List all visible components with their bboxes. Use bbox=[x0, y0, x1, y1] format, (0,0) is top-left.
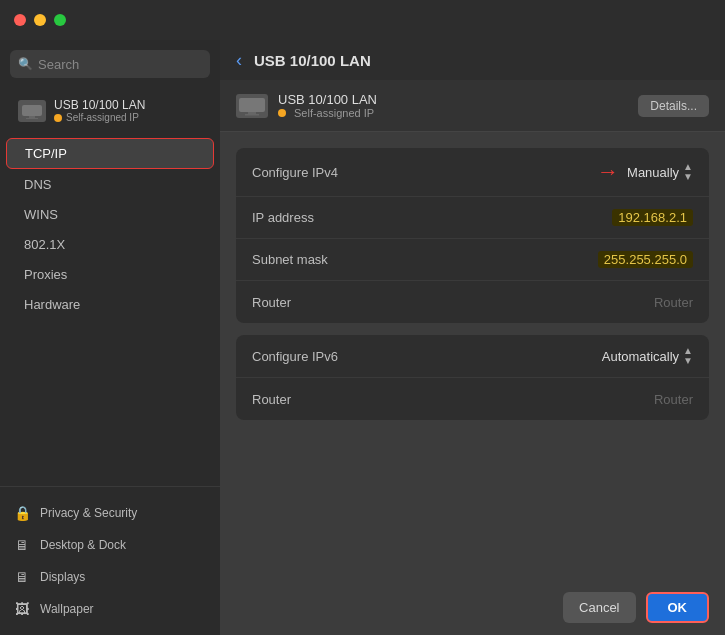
router-row-ipv4: Router Router bbox=[236, 281, 709, 323]
cancel-button[interactable]: Cancel bbox=[563, 592, 635, 623]
router-label-ipv6: Router bbox=[252, 392, 382, 407]
svg-rect-3 bbox=[239, 98, 265, 112]
configure-ipv4-label: Configure IPv4 bbox=[252, 165, 382, 180]
wallpaper-icon: 🖼 bbox=[12, 599, 32, 619]
maximize-button[interactable] bbox=[54, 14, 66, 26]
ipv4-section: Configure IPv4 → Manually ▲ ▼ bbox=[236, 148, 709, 323]
router-field-ipv6[interactable]: Router bbox=[654, 392, 693, 407]
red-arrow-icon: → bbox=[597, 159, 619, 185]
status-dot bbox=[54, 114, 62, 122]
subnet-mask-value: 255.255.255.0 bbox=[382, 251, 693, 268]
nav-item-tcpip[interactable]: TCP/IP bbox=[6, 138, 214, 169]
right-panel: ‹ USB 10/100 LAN USB 10/100 LAN Self- bbox=[220, 40, 725, 635]
sidebar: 🔍 Search USB 10/100 LAN Self-assigned IP bbox=[0, 40, 220, 635]
subnet-mask-row: Subnet mask 255.255.255.0 bbox=[236, 239, 709, 281]
device-header-status: Self-assigned IP bbox=[278, 107, 377, 119]
status-text: Self-assigned IP bbox=[66, 112, 139, 123]
router-field-ipv4[interactable]: Router bbox=[654, 295, 693, 310]
subnet-mask-field[interactable]: 255.255.255.0 bbox=[598, 251, 693, 268]
manually-select[interactable]: Manually ▲ ▼ bbox=[627, 162, 693, 182]
ipv6-mode-label: Automatically bbox=[602, 349, 679, 364]
nav-item-wins[interactable]: WINS bbox=[6, 200, 214, 229]
subnet-mask-label: Subnet mask bbox=[252, 252, 382, 267]
search-bar[interactable]: 🔍 Search bbox=[10, 50, 210, 78]
configure-ipv6-value: Automatically ▲ ▼ bbox=[382, 346, 693, 366]
device-header-info: USB 10/100 LAN Self-assigned IP bbox=[278, 92, 377, 119]
svg-rect-2 bbox=[26, 118, 38, 119]
desktop-icon: 🖥 bbox=[12, 535, 32, 555]
back-button[interactable]: ‹ bbox=[236, 50, 242, 71]
sidebar-desktop-dock[interactable]: 🖥 Desktop & Dock bbox=[0, 529, 220, 561]
device-name-label: USB 10/100 LAN bbox=[54, 98, 145, 112]
configure-ipv4-row: Configure IPv4 → Manually ▲ ▼ bbox=[236, 148, 709, 197]
status-dot-header bbox=[278, 109, 286, 117]
ipv6-select[interactable]: Automatically ▲ ▼ bbox=[602, 346, 693, 366]
router-label-ipv4: Router bbox=[252, 295, 382, 310]
displays-icon: 🖥 bbox=[12, 567, 32, 587]
configure-ipv6-row: Configure IPv6 Automatically ▲ ▼ bbox=[236, 335, 709, 378]
sidebar-displays[interactable]: 🖥 Displays bbox=[0, 561, 220, 593]
configure-ipv4-value: → Manually ▲ ▼ bbox=[382, 159, 693, 185]
privacy-icon: 🔒 bbox=[12, 503, 32, 523]
minimize-button[interactable] bbox=[34, 14, 46, 26]
device-header-name: USB 10/100 LAN bbox=[278, 92, 377, 107]
router-value-ipv4: Router bbox=[382, 295, 693, 310]
ipv6-section: Configure IPv6 Automatically ▲ ▼ Route bbox=[236, 335, 709, 420]
search-icon: 🔍 bbox=[18, 57, 33, 71]
ip-address-field[interactable]: 192.168.2.1 bbox=[612, 209, 693, 226]
panel-title: USB 10/100 LAN bbox=[254, 52, 371, 69]
ipv6-stepper-icon[interactable]: ▲ ▼ bbox=[683, 346, 693, 366]
nav-item-8021x[interactable]: 802.1X bbox=[6, 230, 214, 259]
manually-container: → Manually ▲ ▼ bbox=[597, 159, 693, 185]
svg-rect-4 bbox=[248, 112, 256, 114]
device-header-left: USB 10/100 LAN Self-assigned IP bbox=[236, 92, 377, 119]
sidebar-bottom: 🔒 Privacy & Security 🖥 Desktop & Dock 🖥 … bbox=[0, 486, 220, 635]
ip-address-value: 192.168.2.1 bbox=[382, 209, 693, 226]
device-status: Self-assigned IP bbox=[54, 112, 145, 123]
manually-label: Manually bbox=[627, 165, 679, 180]
ok-button[interactable]: OK bbox=[646, 592, 710, 623]
device-info: USB 10/100 LAN Self-assigned IP bbox=[54, 98, 145, 123]
device-item-usb-lan[interactable]: USB 10/100 LAN Self-assigned IP bbox=[6, 90, 214, 131]
device-header: USB 10/100 LAN Self-assigned IP Details.… bbox=[220, 80, 725, 132]
nav-item-dns[interactable]: DNS bbox=[6, 170, 214, 199]
svg-rect-5 bbox=[245, 114, 259, 116]
nav-item-hardware[interactable]: Hardware bbox=[6, 290, 214, 319]
ip-address-label: IP address bbox=[252, 210, 382, 225]
device-header-icon bbox=[236, 94, 268, 118]
sidebar-wallpaper[interactable]: 🖼 Wallpaper bbox=[0, 593, 220, 625]
configure-ipv6-label: Configure IPv6 bbox=[252, 349, 382, 364]
router-value-ipv6: Router bbox=[382, 392, 693, 407]
stepper-icon[interactable]: ▲ ▼ bbox=[683, 162, 693, 182]
ip-address-row: IP address 192.168.2.1 bbox=[236, 197, 709, 239]
settings-area: Configure IPv4 → Manually ▲ ▼ bbox=[220, 132, 725, 580]
device-header-status-label: Self-assigned IP bbox=[294, 107, 374, 119]
svg-rect-1 bbox=[29, 116, 35, 118]
bottom-buttons: Cancel OK bbox=[220, 580, 725, 635]
panel-header: ‹ USB 10/100 LAN bbox=[220, 40, 725, 80]
search-input[interactable]: Search bbox=[38, 57, 202, 72]
details-button[interactable]: Details... bbox=[638, 95, 709, 117]
nav-items: TCP/IP DNS WINS 802.1X Proxies Hardware bbox=[0, 137, 220, 320]
title-bar bbox=[0, 0, 725, 40]
svg-rect-0 bbox=[22, 105, 42, 116]
router-row-ipv6: Router Router bbox=[236, 378, 709, 420]
close-button[interactable] bbox=[14, 14, 26, 26]
traffic-lights bbox=[14, 14, 66, 26]
device-icon bbox=[18, 100, 46, 122]
nav-item-proxies[interactable]: Proxies bbox=[6, 260, 214, 289]
sidebar-privacy-security[interactable]: 🔒 Privacy & Security bbox=[0, 497, 220, 529]
